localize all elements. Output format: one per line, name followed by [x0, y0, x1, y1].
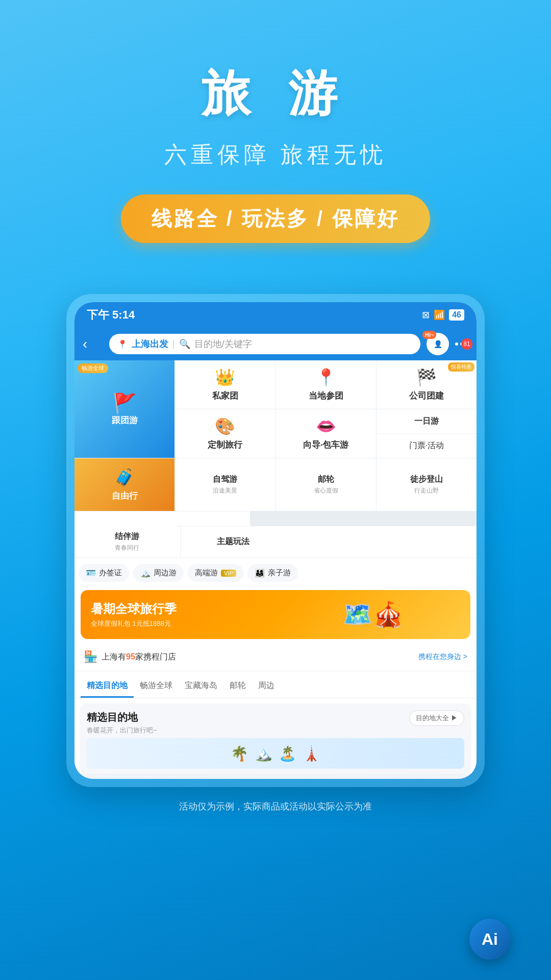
row3-grid: 🧳 自由行 自驾游 沿途美景 邮轮 省心度假 徒步登山 行走山野	[74, 458, 477, 511]
menu-combined: 畅游全球 🚩 跟团游 👑 私家团 📍 当地参团 惊喜特惠 🏁	[74, 360, 477, 458]
store-city: 上海	[102, 652, 118, 661]
wifi-icon: 📶	[434, 309, 445, 321]
store-link[interactable]: 携程在您身边 >	[418, 652, 467, 662]
menu-self-drive[interactable]: 自驾游 沿途美景	[175, 458, 275, 511]
local-label: 当地参团	[309, 390, 343, 402]
vip-badge: VIP	[221, 570, 236, 577]
dest-title-area: 精选目的地 春暖花开，出门旅行吧~	[87, 710, 157, 735]
menu-cruise[interactable]: 邮轮 省心度假	[276, 458, 376, 511]
store-highlight: 95	[126, 652, 135, 661]
phone-inner: 下午 5:14 ⊠ 📶 46 ‹ 📍 上海出发 | 🔍 目的地/关键字 Hi~ …	[74, 302, 477, 779]
more-button[interactable]: 81	[455, 342, 468, 346]
disclaimer: 活动仅为示例，实际商品或活动以实际公示为准	[0, 787, 551, 835]
search-bar[interactable]: 📍 上海出发 | 🔍 目的地/关键字	[109, 334, 420, 354]
corp-icon: 🏁	[416, 368, 437, 387]
dest-section: 精选目的地 春暖花开，出门旅行吧~ 目的地大全 ▶ 🌴 🏔️ 🏝️ 🗼	[80, 703, 471, 774]
banner-content: 暑期全球旅行季 全球度假礼包 1元抵1888元	[81, 595, 187, 634]
hero-badge[interactable]: 线路全 / 玩法多 / 保障好	[121, 194, 431, 243]
private-icon: 👑	[215, 368, 235, 387]
hero-section: 旅 游 六重保障 旅程无忧 线路全 / 玩法多 / 保障好	[0, 0, 551, 274]
cruise-label: 邮轮	[318, 474, 334, 485]
hiking-label: 徒步登山	[410, 474, 443, 485]
tab-global[interactable]: 畅游全球	[134, 676, 179, 698]
tab-nearby[interactable]: 周边	[252, 676, 281, 698]
guide-label: 向导·包车游	[303, 439, 349, 451]
tab-cruise[interactable]: 邮轮	[223, 676, 252, 698]
menu-custom[interactable]: 🎨 定制旅行	[175, 409, 275, 458]
search-separator: |	[172, 339, 175, 350]
dest-all-btn[interactable]: 目的地大全 ▶	[409, 710, 464, 726]
dest-placeholder: 🌴 🏔️ 🏝️ 🗼	[87, 738, 464, 769]
search-placeholder-text[interactable]: 目的地/关键字	[194, 338, 252, 350]
nearby-icon: 🏔️	[140, 568, 151, 578]
main-content: 畅游全球 🚩 跟团游 👑 私家团 📍 当地参团 惊喜特惠 🏁	[74, 360, 477, 774]
menu-free-travel[interactable]: 🧳 自由行	[74, 458, 174, 511]
status-icons: ⊠ 📶 46	[422, 309, 464, 321]
avatar-button[interactable]: Hi~ 👤	[427, 333, 449, 355]
dest-header: 精选目的地 春暖花开，出门旅行吧~ 目的地大全 ▶	[87, 710, 464, 735]
custom-label: 定制旅行	[208, 439, 242, 451]
phone-mockup: 下午 5:14 ⊠ 📶 46 ‹ 📍 上海出发 | 🔍 目的地/关键字 Hi~ …	[66, 294, 485, 787]
store-text: 上海有95家携程门店	[102, 652, 176, 663]
visa-label: 办签证	[99, 568, 122, 578]
hi-badge: Hi~	[422, 331, 436, 339]
store-unit: 家携程门店	[135, 652, 176, 661]
gen-tour-label: 跟团游	[112, 414, 138, 426]
menu-theme[interactable]: 主题玩法	[181, 526, 286, 557]
dest-title: 精选目的地	[87, 710, 157, 724]
menu-hiking[interactable]: 徒步登山 行走山野	[377, 458, 477, 511]
hero-subtitle: 六重保障 旅程无忧	[20, 140, 531, 170]
notification-badge: 81	[461, 338, 472, 350]
tab-selected[interactable]: 精选目的地	[81, 676, 134, 698]
family-label: 亲子游	[268, 568, 291, 578]
tabs-row: 精选目的地 畅游全球 宝藏海岛 邮轮 周边	[74, 671, 477, 698]
menu-gen-tour[interactable]: 畅游全球 🚩 跟团游	[74, 360, 174, 458]
luxury-label: 高端游	[195, 568, 218, 578]
dest-subtitle: 春暖花开，出门旅行吧~	[87, 726, 157, 735]
nearby-label: 周边游	[154, 568, 177, 578]
menu-corp-tour[interactable]: 惊喜特惠 🏁 公司团建	[377, 360, 477, 409]
menu-local-tour[interactable]: 📍 当地参团	[276, 360, 376, 409]
cat-nearby[interactable]: 🏔️ 周边游	[133, 564, 184, 582]
store-icon: 🏪	[84, 650, 97, 664]
companion-label: 结伴游	[115, 531, 139, 542]
visa-icon: 🪪	[86, 568, 96, 578]
cruise-sub: 省心度假	[314, 486, 338, 495]
menu-oneday-split: 一日游 门票·活动	[377, 409, 477, 458]
free-travel-label: 自由行	[112, 490, 138, 502]
self-drive-label: 自驾游	[213, 474, 237, 485]
menu-companion[interactable]	[100, 511, 250, 526]
category-row: 🪪 办签证 🏔️ 周边游 高端游 VIP 👨‍👩‍👧 亲子游	[74, 558, 477, 588]
gen-tour-icon: 🚩	[113, 392, 137, 414]
companion-theme-row: 结伴游 青春同行 主题玩法	[74, 526, 477, 558]
back-button[interactable]: ‹	[83, 336, 103, 352]
row4-grid	[175, 511, 477, 526]
summer-banner[interactable]: 暑期全球旅行季 全球度假礼包 1元抵1888元 🗺️🎪	[81, 590, 470, 639]
depart-city: 上海出发	[132, 338, 168, 350]
banner-title: 暑期全球旅行季	[91, 601, 177, 617]
cat-visa[interactable]: 🪪 办签证	[79, 564, 129, 582]
cat-luxury[interactable]: 高端游 VIP	[188, 564, 243, 582]
status-bar: 下午 5:14 ⊠ 📶 46	[74, 302, 477, 328]
banner-decoration: 🗺️🎪	[276, 590, 470, 639]
ai-badge[interactable]: Ai	[469, 919, 510, 960]
location-icon: 📍	[117, 339, 128, 349]
search-icon-inner: 🔍	[179, 338, 190, 350]
hiking-sub: 行走山野	[414, 486, 439, 495]
gen-tour-badge: 畅游全球	[78, 363, 108, 373]
free-travel-icon: 🧳	[114, 468, 135, 487]
menu-tickets[interactable]: 门票·活动	[377, 434, 477, 458]
store-row: 🏪 上海有95家携程门店 携程在您身边 >	[74, 643, 477, 671]
menu-oneday[interactable]: 一日游	[377, 409, 477, 434]
screen-icon: ⊠	[422, 309, 430, 321]
menu-companion2[interactable]: 结伴游 青春同行	[74, 526, 181, 557]
cat-family[interactable]: 👨‍👩‍👧 亲子游	[247, 564, 298, 582]
custom-icon: 🎨	[215, 416, 235, 436]
private-label: 私家团	[212, 390, 238, 402]
corp-badge: 惊喜特惠	[448, 362, 474, 372]
menu-guide[interactable]: 👄 向导·包车游	[276, 409, 376, 458]
self-drive-sub: 沿途美景	[213, 486, 237, 495]
tab-island[interactable]: 宝藏海岛	[179, 676, 223, 698]
hero-title: 旅 游	[20, 61, 531, 128]
menu-private-tour[interactable]: 👑 私家团	[175, 360, 275, 409]
